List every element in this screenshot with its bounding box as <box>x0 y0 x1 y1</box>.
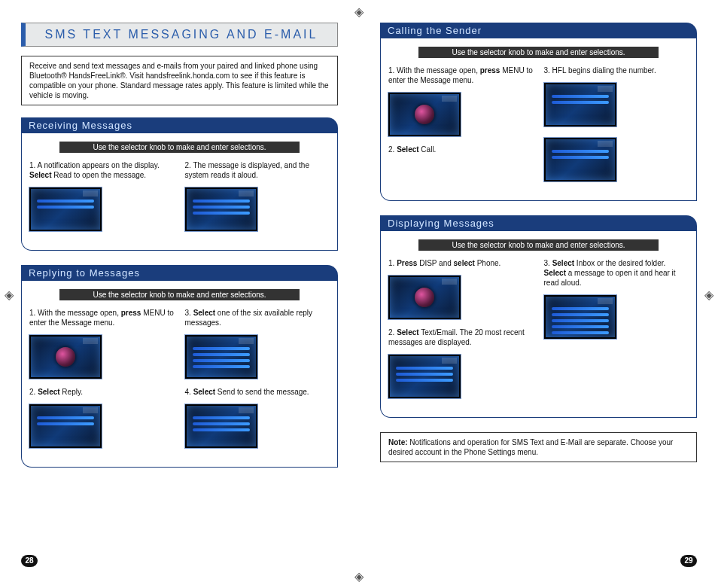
page-number: 29 <box>680 555 697 567</box>
section-heading: Receiving Messages <box>21 117 338 133</box>
knob-instruction: Use the selector knob to make and enter … <box>59 289 300 300</box>
step-text: 1. Press DISP and select Phone. <box>388 258 534 268</box>
left-page: SMS TEXT MESSAGING AND E-MAIL Receive an… <box>0 0 359 588</box>
step-text: 1. With the message open, press MENU to … <box>29 308 175 328</box>
display-screenshot <box>29 335 102 379</box>
note-box: Note: Notifications and operation for SM… <box>380 432 697 462</box>
step-text: 3. Select Inbox or the desired folder. S… <box>544 258 689 288</box>
note-label: Note: <box>388 438 408 446</box>
section-body: Use the selector knob to make and enter … <box>21 133 338 251</box>
display-screenshot <box>544 138 616 181</box>
section-body: Use the selector knob to make and enter … <box>380 230 697 418</box>
step-text: 3. HFL begins dialing the number. <box>544 66 689 75</box>
step-text: 3. Select one of the six available reply… <box>185 308 330 328</box>
note-text: Notifications and operation for SMS Text… <box>388 438 673 456</box>
display-screenshot <box>185 404 257 448</box>
knob-instruction: Use the selector knob to make and enter … <box>59 142 300 153</box>
knob-instruction: Use the selector knob to make and enter … <box>418 47 659 58</box>
display-screenshot <box>544 83 616 126</box>
display-screenshot <box>544 295 616 339</box>
step-text: 1. With the message open, press MENU to … <box>388 66 534 85</box>
display-screenshot <box>29 404 102 448</box>
section-body: Use the selector knob to make and enter … <box>380 38 697 201</box>
display-screenshot <box>29 187 102 231</box>
step-text: 2. The message is displayed, and the sys… <box>185 160 330 180</box>
section-calling: Calling the Sender Use the selector knob… <box>380 23 697 202</box>
display-screenshot <box>388 93 461 136</box>
section-heading: Calling the Sender <box>380 23 697 38</box>
section-replying: Replying to Messages Use the selector kn… <box>21 265 338 468</box>
step-text: 2. Select Call. <box>388 145 534 154</box>
step-text: 4. Select Send to send the message. <box>185 387 330 397</box>
section-body: Use the selector knob to make and enter … <box>21 280 338 468</box>
section-heading: Replying to Messages <box>21 265 338 281</box>
page-title: SMS TEXT MESSAGING AND E-MAIL <box>21 23 338 47</box>
step-text: 2. Select Reply. <box>29 387 175 397</box>
display-screenshot <box>388 276 461 319</box>
step-text: 1. A notification appears on the display… <box>29 160 175 180</box>
section-heading: Displaying Messages <box>380 215 697 231</box>
right-page: Calling the Sender Use the selector knob… <box>359 0 718 588</box>
display-screenshot <box>185 187 257 231</box>
section-displaying: Displaying Messages Use the selector kno… <box>380 215 697 419</box>
page-number: 28 <box>21 555 38 567</box>
display-screenshot <box>388 355 461 398</box>
step-text: 2. Select Text/Email. The 20 most recent… <box>388 328 534 347</box>
section-receiving: Receiving Messages Use the selector knob… <box>21 117 338 251</box>
display-screenshot <box>185 335 257 379</box>
intro-text: Receive and send text messages and e-mai… <box>21 56 338 105</box>
page-spread: ◈ ◈ ◈ ◈ SMS TEXT MESSAGING AND E-MAIL Re… <box>0 0 718 588</box>
knob-instruction: Use the selector knob to make and enter … <box>418 239 659 251</box>
